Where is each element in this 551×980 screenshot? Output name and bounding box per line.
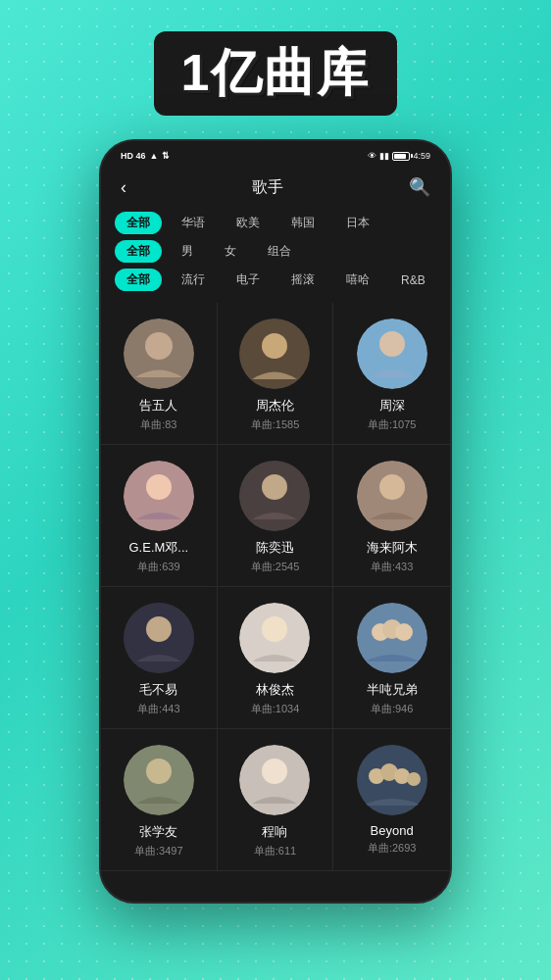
artist-name: 海来阿木 (367, 539, 418, 557)
artists-grid: 告五人单曲:83周杰伦单曲:1585周深单曲:1075G.E.M邓...单曲:6… (101, 303, 450, 871)
nav-title: 歌手 (252, 177, 283, 198)
artist-avatar (124, 461, 194, 531)
artist-count: 单曲:1075 (368, 417, 417, 432)
battery-fill (394, 154, 405, 159)
filters-container: 全部 华语 欧美 韩国 日本 全部 男 女 组合 全部 流行 电子 摇滚 嘻哈 … (101, 206, 450, 303)
artist-avatar (357, 603, 427, 673)
artist-count: 单曲:611 (254, 844, 296, 858)
status-right: 👁 ▮▮ 4:59 (368, 151, 430, 161)
artist-name: 周杰伦 (256, 397, 294, 415)
artist-count: 单曲:1034 (251, 702, 300, 716)
artist-count: 单曲:639 (137, 560, 179, 574)
artist-name: 张学友 (139, 823, 177, 841)
filter-western[interactable]: 欧美 (225, 212, 272, 234)
filter-row-gender: 全部 男 女 组合 (115, 240, 436, 263)
status-left: HD 46 ▲ ⇅ (121, 151, 170, 161)
svg-point-9 (262, 474, 287, 500)
artist-name: 半吨兄弟 (367, 681, 418, 699)
artist-count: 单曲:946 (371, 702, 413, 716)
artist-avatar (239, 745, 310, 815)
artist-avatar (124, 603, 194, 673)
filter-group[interactable]: 组合 (256, 240, 303, 263)
artist-cell[interactable]: G.E.M邓...单曲:639 (101, 445, 218, 587)
app-header: 1亿曲库 (154, 31, 398, 116)
battery-icon (392, 152, 410, 161)
artist-count: 单曲:443 (137, 702, 179, 716)
time-display: 4:59 (413, 151, 430, 161)
volume-icon: ▮▮ (379, 151, 389, 161)
filter-pop[interactable]: 流行 (170, 269, 217, 291)
svg-point-3 (262, 333, 287, 359)
artist-avatar (124, 318, 194, 389)
filter-electronic[interactable]: 电子 (225, 269, 272, 291)
artist-cell[interactable]: 半吨兄弟单曲:946 (333, 587, 450, 729)
artist-cell[interactable]: Beyond单曲:2693 (333, 729, 450, 871)
artist-name: 毛不易 (139, 681, 177, 699)
filter-all-gender[interactable]: 全部 (115, 240, 162, 263)
artist-avatar (124, 745, 194, 815)
artist-name: 告五人 (139, 397, 177, 415)
artist-count: 单曲:83 (140, 417, 176, 432)
artist-avatar (239, 603, 310, 673)
svg-point-15 (262, 616, 287, 642)
artist-name: 周深 (379, 397, 405, 415)
filter-hiphop[interactable]: 嘻哈 (334, 269, 381, 291)
eye-icon: 👁 (368, 151, 376, 161)
artist-avatar (239, 318, 310, 389)
nav-bar: ‹ 歌手 🔍 (101, 169, 450, 206)
svg-point-1 (145, 332, 173, 360)
filter-korean[interactable]: 韩国 (279, 212, 326, 234)
svg-point-19 (395, 623, 413, 641)
back-button[interactable]: ‹ (121, 177, 126, 198)
artist-name: G.E.M邓... (128, 539, 188, 557)
svg-point-7 (146, 474, 172, 500)
artist-cell[interactable]: 周深单曲:1075 (333, 303, 450, 445)
svg-point-21 (146, 759, 172, 784)
status-bar: HD 46 ▲ ⇅ 👁 ▮▮ 4:59 (101, 141, 450, 169)
filter-all-genre[interactable]: 全部 (115, 269, 162, 291)
svg-point-28 (407, 772, 421, 786)
filter-rnb[interactable]: R&B (389, 270, 437, 290)
filter-row-genre: 全部 流行 电子 摇滚 嘻哈 R&B (115, 269, 436, 291)
artist-cell[interactable]: 陈奕迅单曲:2545 (218, 445, 334, 587)
artist-count: 单曲:1585 (251, 417, 300, 432)
artist-cell[interactable]: 告五人单曲:83 (101, 303, 218, 445)
artist-name: Beyond (371, 823, 414, 838)
artist-count: 单曲:3497 (134, 844, 183, 858)
artist-cell[interactable]: 张学友单曲:3497 (101, 729, 218, 871)
filter-male[interactable]: 男 (170, 240, 205, 263)
search-button[interactable]: 🔍 (409, 176, 430, 198)
app-title: 1亿曲库 (154, 31, 398, 116)
artist-cell[interactable]: 海来阿木单曲:433 (333, 445, 450, 587)
artist-count: 单曲:2693 (368, 841, 417, 856)
artist-name: 林俊杰 (256, 681, 294, 699)
filter-chinese[interactable]: 华语 (170, 212, 217, 234)
wifi-icon: ▲ (150, 151, 159, 161)
artist-avatar (357, 318, 427, 389)
filter-rock[interactable]: 摇滚 (279, 269, 326, 291)
artist-cell[interactable]: 林俊杰单曲:1034 (218, 587, 334, 729)
content-area: 全部 华语 欧美 韩国 日本 全部 男 女 组合 全部 流行 电子 摇滚 嘻哈 … (101, 206, 450, 871)
filter-female[interactable]: 女 (213, 240, 248, 263)
signal-text: HD 46 (121, 151, 146, 161)
svg-point-5 (379, 331, 405, 357)
svg-point-13 (146, 616, 172, 642)
filter-japanese[interactable]: 日本 (334, 212, 381, 234)
network-icon: ⇅ (162, 151, 170, 161)
phone-frame: HD 46 ▲ ⇅ 👁 ▮▮ 4:59 ‹ 歌手 🔍 全部 华语 欧美 韩国 日… (99, 139, 452, 904)
filter-row-region: 全部 华语 欧美 韩国 日本 (115, 212, 436, 234)
artist-cell[interactable]: 毛不易单曲:443 (101, 587, 218, 729)
artist-cell[interactable]: 周杰伦单曲:1585 (218, 303, 334, 445)
svg-point-23 (262, 759, 287, 784)
artist-avatar (357, 745, 427, 815)
artist-avatar (239, 461, 310, 531)
filter-all-region[interactable]: 全部 (115, 212, 162, 234)
artist-name: 程响 (262, 823, 287, 841)
artist-avatar (357, 461, 427, 531)
artist-count: 单曲:2545 (251, 560, 300, 574)
svg-point-11 (379, 474, 405, 500)
artist-count: 单曲:433 (371, 560, 413, 574)
artist-cell[interactable]: 程响单曲:611 (218, 729, 334, 871)
artist-name: 陈奕迅 (256, 539, 294, 557)
